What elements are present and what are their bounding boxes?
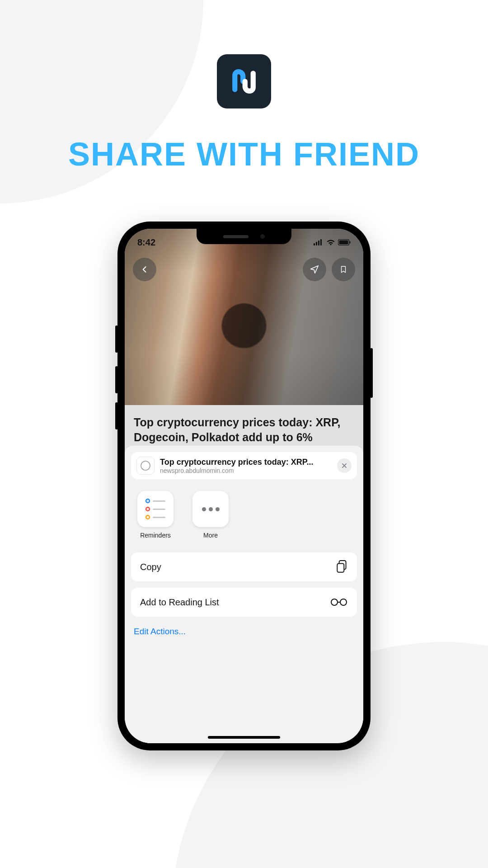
svg-point-11 (340, 599, 347, 605)
svg-point-7 (141, 461, 150, 470)
app-logo-icon (228, 65, 260, 98)
share-button[interactable] (303, 258, 326, 281)
phone-frame: 8:42 (117, 222, 371, 750)
paper-plane-icon (310, 264, 319, 274)
action-add-to-reading-list[interactable]: Add to Reading List (131, 588, 357, 617)
close-icon (341, 462, 347, 469)
svg-rect-1 (316, 242, 317, 245)
more-icon (202, 507, 220, 511)
status-time: 8:42 (137, 237, 155, 248)
notch (197, 229, 291, 244)
chevron-left-icon (140, 265, 149, 274)
bg-blob-top-left (0, 0, 203, 203)
signal-icon (314, 239, 324, 245)
share-target-label: More (189, 532, 232, 539)
bookmark-icon (339, 264, 347, 274)
safari-icon (136, 457, 155, 475)
svg-rect-2 (318, 241, 319, 245)
share-target-label: Reminders (134, 532, 177, 539)
app-logo (217, 54, 271, 108)
home-indicator[interactable] (208, 736, 280, 739)
share-app-row[interactable]: Reminders More (131, 479, 357, 543)
action-label: Add to Reading List (140, 597, 219, 608)
marketing-headline: SHARE WITH FRIEND (0, 136, 488, 173)
svg-rect-0 (314, 243, 315, 245)
share-sheet-header: Top cryptocurrency prices today: XRP... … (131, 452, 357, 479)
share-sheet: Top cryptocurrency prices today: XRP... … (125, 446, 363, 743)
bookmark-button[interactable] (332, 258, 355, 281)
share-target-more[interactable]: More (189, 491, 232, 539)
phone-screen: 8:42 (125, 229, 363, 743)
edit-actions-link[interactable]: Edit Actions... (131, 617, 357, 637)
svg-point-10 (331, 599, 338, 605)
svg-rect-6 (350, 241, 351, 244)
action-copy[interactable]: Copy (131, 552, 357, 581)
glasses-icon (330, 598, 348, 607)
back-button[interactable] (133, 258, 156, 281)
close-button[interactable] (337, 458, 352, 473)
share-item-subtitle: newspro.abdulmomin.com (160, 467, 332, 474)
svg-rect-9 (337, 564, 344, 572)
svg-rect-3 (320, 239, 322, 245)
svg-rect-5 (339, 241, 348, 245)
battery-icon (338, 239, 351, 245)
article-hero-image (125, 229, 363, 405)
reminders-icon (145, 499, 165, 519)
share-target-reminders[interactable]: Reminders (134, 491, 177, 539)
wifi-icon (326, 239, 335, 245)
share-item-title: Top cryptocurrency prices today: XRP... (160, 458, 332, 467)
action-label: Copy (140, 562, 161, 572)
copy-icon (336, 560, 348, 574)
